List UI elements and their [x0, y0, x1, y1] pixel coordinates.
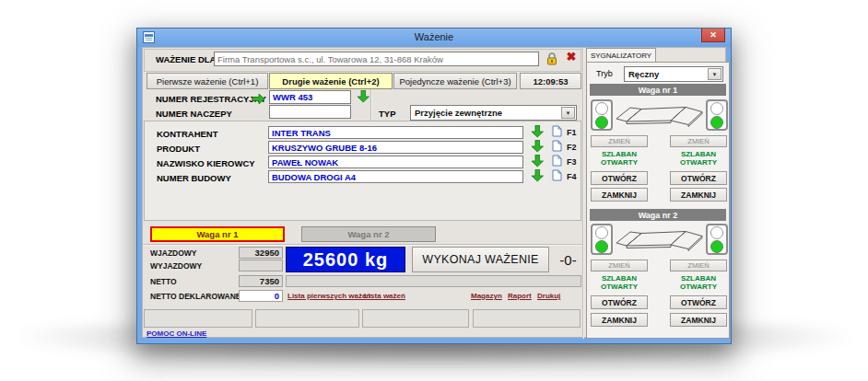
trailer-number-label: NUMER NACZEPY	[156, 109, 232, 119]
produkt-label: PRODUKT	[157, 144, 200, 154]
weighing-window: Ważenie ✕ WAŻENIE DLA ✖ Pierwsze ważenie…	[136, 28, 732, 344]
kontrahent-dropdown-arrow-icon[interactable]	[532, 125, 544, 138]
scale-tab-waga2[interactable]: Waga nr 2	[301, 226, 436, 242]
clock: 12:09:53	[520, 73, 581, 89]
produkt-dropdown-arrow-icon[interactable]	[532, 140, 544, 153]
reg-number-label: NUMER REJESTRACYJNY	[156, 94, 266, 104]
perform-weighing-button[interactable]: WYKONAJ WAŻENIE	[412, 247, 549, 272]
scale2-right-otworz-button[interactable]: OTWÓRZ	[670, 295, 727, 309]
reg-number-input[interactable]	[269, 90, 351, 104]
chevron-down-icon[interactable]: ▼	[561, 107, 575, 119]
netto-deklarowane-input[interactable]: 0	[239, 290, 283, 302]
typ-label: TYP	[379, 109, 395, 119]
red-lamp-off	[595, 102, 608, 115]
tab-sygnalizatory[interactable]: SYGNALIZATORY	[586, 48, 656, 63]
fields-group: KONTRAHENT F1 PRODUKT F2 NAZWISKO KIEROW…	[144, 121, 581, 221]
scale1-header: Waga nr 1	[590, 84, 726, 96]
netto-label: NETTO	[150, 277, 177, 286]
scale2-left-zmien-button[interactable]: ZMIEŃ	[591, 260, 648, 271]
netto-deklarowane-label: NETTO DEKLAROWANE	[150, 292, 241, 301]
weight-display: 25600 kg	[286, 247, 405, 272]
produkt-document-icon[interactable]	[552, 140, 562, 152]
lock-icon[interactable]	[546, 52, 557, 65]
scale2-left-zamknij-button[interactable]: ZAMKNIJ	[591, 313, 648, 327]
kierowca-document-icon[interactable]	[552, 155, 562, 167]
green-lamp-on	[710, 116, 723, 129]
kierowca-dropdown-arrow-icon[interactable]	[532, 155, 544, 167]
scale2-left-barrier-status: SZLABAN OTWARTY	[591, 274, 648, 291]
red-lamp-off	[710, 226, 723, 239]
green-lamp-on	[595, 240, 608, 253]
link-weighings[interactable]: Lista ważeń	[364, 292, 405, 300]
vertical-divider	[370, 89, 371, 121]
red-lamp-off	[710, 102, 723, 115]
scale2-header: Waga nr 2	[590, 209, 726, 221]
scale1-right-zamknij-button[interactable]: ZAMKNIJ	[670, 188, 727, 202]
tab-second-weighing[interactable]: Drugie ważenie (Ctrl+2)	[269, 73, 393, 89]
link-first-weighings[interactable]: Lista pierwszych ważeń	[287, 292, 370, 300]
budowa-input[interactable]	[268, 170, 523, 183]
wyjazdowy-label: WYJAZDOWY	[150, 261, 202, 271]
wazenie-dla-label: WAŻENIE DLA	[156, 54, 216, 64]
typ-combobox[interactable]: Przyjęcie zewnętrzne ▼	[410, 105, 577, 121]
scale1-right-zmien-button[interactable]: ZMIEŃ	[670, 135, 727, 147]
kontrahent-document-icon[interactable]	[552, 125, 562, 137]
scale1-left-zmien-button[interactable]: ZMIEŃ	[591, 135, 648, 147]
produkt-fkey: F2	[567, 143, 577, 152]
status-box-1	[144, 309, 252, 328]
scale1-left-otworz-button[interactable]: OTWÓRZ	[591, 171, 648, 185]
tryb-label: Tryb	[596, 69, 613, 78]
kontrahent-input[interactable]	[268, 126, 523, 139]
tryb-combobox[interactable]: Ręczny ▼	[624, 66, 723, 82]
status-box-4	[473, 309, 581, 328]
tryb-value: Ręczny	[628, 69, 659, 79]
produkt-input[interactable]	[268, 141, 523, 154]
scale1-right-traffic-light	[706, 99, 728, 131]
kierowca-fkey: F3	[567, 157, 577, 167]
scale1-left-barrier-status: SZLABAN OTWARTY	[591, 150, 648, 167]
help-online-link[interactable]: POMOC ON-LINE	[147, 329, 206, 338]
scale1-weighbridge-drawing	[615, 99, 705, 131]
client-area: WAŻENIE DLA ✖ Pierwsze ważenie (Ctrl+1) …	[142, 47, 726, 338]
message-bar	[286, 275, 581, 287]
clear-contractor-icon[interactable]: ✖	[565, 51, 578, 64]
kierowca-input[interactable]	[268, 156, 523, 168]
window-title: Ważenie	[137, 31, 731, 42]
tab-first-weighing[interactable]: Pierwsze ważenie (Ctrl+1)	[147, 73, 268, 89]
budowa-document-icon[interactable]	[552, 169, 562, 181]
scale2-right-zmien-button[interactable]: ZMIEŃ	[670, 260, 727, 271]
panel-divider	[582, 48, 583, 339]
scale-tab-waga1[interactable]: Waga nr 1	[150, 226, 285, 242]
close-button[interactable]: ✕	[701, 29, 725, 42]
reg-dropdown-arrow-icon[interactable]	[358, 90, 369, 103]
budowa-fkey: F4	[567, 172, 577, 181]
scale2-right-zamknij-button[interactable]: ZAMKNIJ	[670, 313, 727, 327]
typ-value: Przyjęcie zewnętrzne	[415, 108, 502, 118]
kontrahent-fkey: F1	[567, 128, 577, 137]
scale1-left-traffic-light	[591, 99, 613, 131]
tab-single-weighing[interactable]: Pojedyncze ważenie (Ctrl+3)	[393, 73, 517, 89]
link-magazyn[interactable]: Magazyn	[471, 292, 502, 300]
zero-button[interactable]: -0-	[555, 247, 581, 272]
green-lamp-on	[595, 116, 608, 129]
kontrahent-label: KONTRAHENT	[157, 129, 218, 139]
scale2-left-otworz-button[interactable]: OTWÓRZ	[591, 295, 648, 309]
scale1-right-barrier-status: SZLABAN OTWARTY	[670, 150, 727, 167]
link-raport[interactable]: Raport	[508, 292, 532, 300]
wazenie-dla-input[interactable]	[214, 52, 539, 66]
link-drukuj[interactable]: Drukuj	[537, 292, 560, 300]
red-lamp-off	[595, 226, 608, 239]
scale1-left-zamknij-button[interactable]: ZAMKNIJ	[591, 188, 648, 202]
divider	[143, 244, 582, 245]
scale1-right-otworz-button[interactable]: OTWÓRZ	[670, 171, 727, 185]
trailer-number-input[interactable]	[269, 105, 351, 119]
netto-value: 7350	[239, 275, 283, 287]
signal-panel: Tryb Ręczny ▼ Waga nr 1	[586, 62, 730, 339]
status-box-2	[255, 309, 359, 328]
kierowca-label: NAZWISKO KIEROWCY	[157, 158, 255, 168]
titlebar: Ważenie ✕	[137, 29, 731, 47]
budowa-label: NUMER BUDOWY	[157, 173, 231, 183]
scale2-left-traffic-light	[591, 224, 613, 255]
budowa-dropdown-arrow-icon[interactable]	[532, 169, 544, 182]
chevron-down-icon[interactable]: ▼	[708, 68, 721, 80]
